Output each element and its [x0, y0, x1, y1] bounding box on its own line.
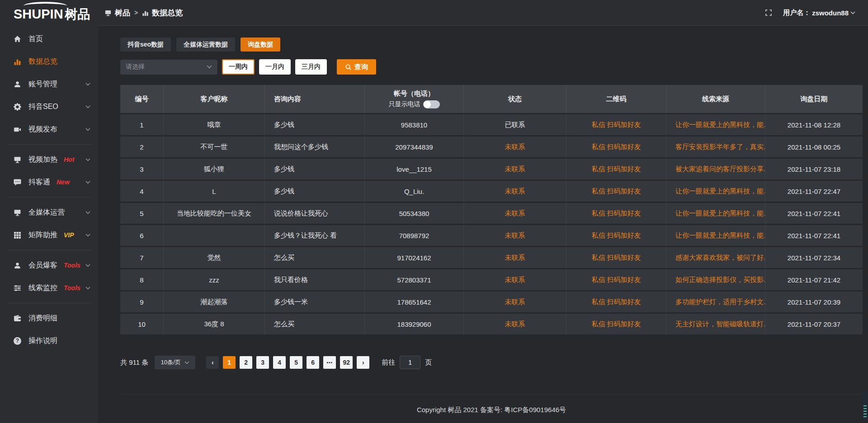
sidebar-item-consumption-details[interactable]: 消费明细 — [0, 307, 99, 329]
jump-page-input[interactable] — [400, 356, 420, 369]
page-size-select[interactable]: 10条/页 — [155, 356, 195, 369]
range-button[interactable]: 一月内 — [259, 59, 291, 75]
cell-qrcode-link[interactable]: 私信 扫码加好友 — [566, 225, 666, 246]
floating-widget[interactable] — [862, 391, 868, 420]
cell-account: Q_Liu. — [365, 181, 464, 202]
sidebar-item-member-baoke[interactable]: 会员爆客 Tools — [0, 254, 99, 277]
cell-content: 我想问这个多少钱 — [265, 136, 365, 157]
logo-text-cn: 树品 — [65, 6, 90, 23]
cell-status: 未联系 — [464, 159, 566, 179]
tab-button[interactable]: 抖音seo数据 — [120, 38, 171, 52]
cell-qrcode-link[interactable]: 私信 扫码加好友 — [566, 291, 666, 312]
cell-qrcode-link[interactable]: 私信 扫码加好友 — [566, 269, 666, 290]
cell-source-link[interactable]: 多功能护栏灯，适用于乡村文... — [666, 291, 765, 312]
bar-chart-icon — [142, 9, 149, 16]
sidebar-item-douyin-seo[interactable]: 抖音SEO — [0, 95, 99, 118]
cell-qrcode-link[interactable]: 私信 扫码加好友 — [566, 114, 666, 135]
query-button[interactable]: 查询 — [337, 59, 376, 75]
range-button[interactable]: 三月内 — [295, 59, 327, 75]
page-number-button[interactable]: 2 — [240, 356, 252, 369]
sidebar-divider — [7, 197, 91, 197]
cell-qrcode-link[interactable]: 私信 扫码加好友 — [566, 247, 666, 268]
sidebar-item-douketong[interactable]: 抖客通 New — [0, 171, 99, 193]
cell-content: 我只看价格 — [265, 269, 365, 290]
video-camera-icon — [14, 126, 21, 133]
cell-source-link[interactable]: 感谢大家喜欢我家，被问了好... — [666, 247, 765, 268]
chevron-down-icon — [85, 181, 90, 184]
logo[interactable]: SHUPIN 树品 — [0, 0, 99, 26]
sidebar-item-video-heating[interactable]: 视频加热 Hot — [0, 148, 99, 171]
tab-button[interactable]: 全媒体运营数据 — [176, 38, 235, 52]
cell-content: 怎么买 — [265, 247, 365, 268]
col-id: 编号 — [120, 85, 164, 113]
breadcrumb-root[interactable]: 树品 — [115, 8, 130, 18]
cell-source-link[interactable]: 被大家追着问的客厅投影分享... — [666, 159, 765, 179]
cell-source-link[interactable]: 客厅安装投影半年多了，真实... — [666, 136, 765, 157]
page-number-button[interactable]: ••• — [323, 356, 336, 369]
page-number-button[interactable]: 6 — [307, 356, 319, 369]
cell-account: 9583810 — [365, 114, 464, 135]
cell-source-link[interactable]: 让你一眼就爱上的黑科技，能... — [666, 114, 765, 135]
page-number-button[interactable]: 1 — [223, 356, 236, 369]
cell-source-link[interactable]: 让你一眼就爱上的黑科技，能... — [666, 181, 765, 202]
user-menu[interactable]: 用户名： zswodun88 — [783, 9, 855, 17]
account-select[interactable]: 请选择 — [120, 60, 217, 75]
cell-status: 未联系 — [464, 314, 566, 334]
cell-nickname: 当地比较能吃的一位美女 — [164, 203, 265, 224]
page-number-button[interactable]: 5 — [290, 356, 302, 369]
cell-qrcode-link[interactable]: 私信 扫码加好友 — [566, 136, 666, 157]
cell-nickname: 觉然 — [164, 247, 265, 268]
page-number-button[interactable]: 92 — [340, 356, 353, 369]
cell-qrcode-link[interactable]: 私信 扫码加好友 — [566, 203, 666, 224]
grid-icon — [14, 231, 21, 239]
tools-badge: Tools — [64, 262, 80, 269]
cell-id: 9 — [120, 291, 164, 312]
cell-source-link[interactable]: 无主灯设计，智能磁吸轨道灯... — [666, 314, 765, 334]
sidebar-item-video-publish[interactable]: 视频发布 — [0, 118, 99, 141]
cell-date: 2021-11-07 20:37 — [765, 314, 863, 334]
sidebar-item-account-management[interactable]: 账号管理 — [0, 73, 99, 95]
tab-button[interactable]: 询盘数据 — [241, 38, 280, 52]
sidebar-item-matrix-boost[interactable]: 矩阵助推 VIP — [0, 224, 99, 246]
page-number-button[interactable]: 4 — [273, 356, 286, 369]
cell-status: 未联系 — [464, 203, 566, 224]
fullscreen-icon[interactable] — [765, 9, 772, 16]
page-number-button[interactable]: 3 — [256, 356, 269, 369]
cell-qrcode-link[interactable]: 私信 扫码加好友 — [566, 159, 666, 179]
cell-content: 多少钱？让我死心 看 — [265, 225, 365, 246]
jump-label-after: 页 — [425, 358, 432, 367]
cell-id: 8 — [120, 269, 164, 290]
sidebar-item-lead-monitoring[interactable]: 线索监控 Tools — [0, 277, 99, 299]
phone-toggle-label: 只显示电话 — [389, 100, 420, 108]
col-account: 帐号（电话） 只显示电话 — [365, 85, 464, 113]
table-row: 9 潮起潮落 多少钱一米 178651642 未联系 私信 扫码加好友 多功能护… — [120, 291, 863, 312]
sidebar-item-data-overview[interactable]: 数据总览 — [0, 50, 99, 73]
cell-source-link[interactable]: 让你一眼就爱上的黑科技，能... — [666, 203, 765, 224]
cell-id: 7 — [120, 247, 164, 268]
chevron-down-icon — [85, 287, 90, 290]
cell-nickname: L — [164, 181, 265, 202]
cell-account: 178651642 — [365, 291, 464, 312]
chevron-down-icon — [85, 83, 90, 86]
filter-bar: 请选择 一周内 一月内 三月内 查询 — [120, 59, 863, 75]
cell-status: 已联系 — [464, 114, 566, 135]
cell-nickname: 不可一世 — [164, 136, 265, 157]
total-count: 共 911 条 — [120, 358, 148, 367]
next-page-button[interactable]: › — [357, 356, 369, 369]
home-icon — [14, 35, 21, 43]
cell-id: 6 — [120, 225, 164, 246]
sidebar-item-omnimedia-operation[interactable]: 全媒体运营 — [0, 201, 99, 224]
phone-only-toggle[interactable] — [423, 100, 440, 108]
topbar: SHUPIN 树品 树品 > 数据总览 用户名： zswodun88 — [0, 0, 868, 26]
sidebar-item-home[interactable]: 首页 — [0, 28, 99, 50]
breadcrumb-current: 数据总览 — [152, 8, 183, 18]
range-button[interactable]: 一周内 — [222, 59, 255, 75]
cell-source-link[interactable]: 如何正确选择投影仪，买投影... — [666, 269, 765, 290]
sidebar-item-instructions[interactable]: ? 操作说明 — [0, 329, 99, 352]
bar-chart-icon — [14, 58, 21, 66]
new-badge: New — [57, 179, 70, 186]
cell-qrcode-link[interactable]: 私信 扫码加好友 — [566, 314, 666, 334]
prev-page-button[interactable]: ‹ — [206, 356, 219, 369]
cell-source-link[interactable]: 让你一眼就爱上的黑科技，能... — [666, 225, 765, 246]
cell-qrcode-link[interactable]: 私信 扫码加好友 — [566, 181, 666, 202]
